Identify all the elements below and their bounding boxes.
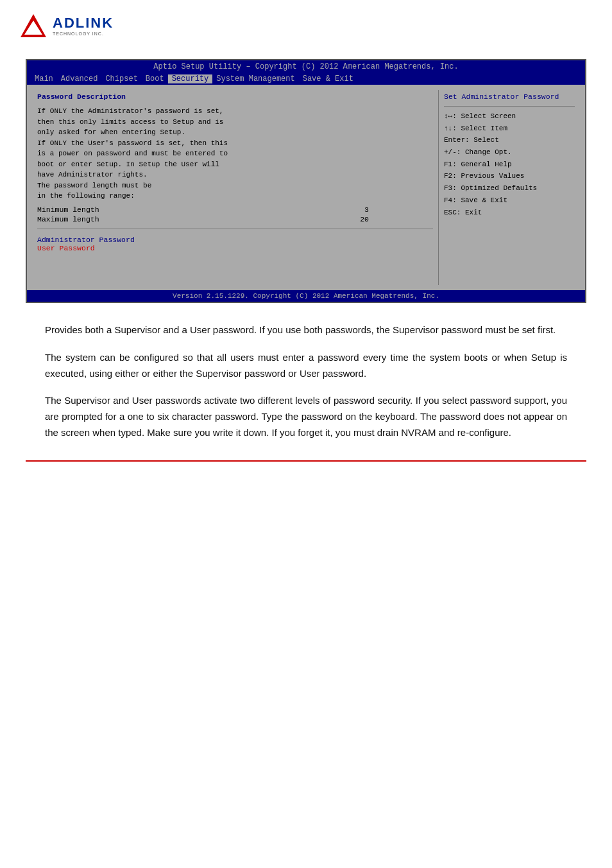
menu-save-exit[interactable]: Save & Exit xyxy=(299,74,357,83)
help-change-opt: +/-: Change Opt. xyxy=(444,146,575,159)
bios-main-content: Password Description If ONLY the Adminis… xyxy=(27,85,585,290)
max-length-value: 20 xyxy=(360,215,369,223)
menu-boot[interactable]: Boot xyxy=(142,74,168,83)
min-length-label: Minimum length xyxy=(37,205,99,214)
bios-right-title: Set Administrator Password xyxy=(444,92,575,101)
logo: ADLINK TECHNOLOGY INC. xyxy=(19,12,114,40)
help-f4: F4: Save & Exit xyxy=(444,195,575,207)
desc-paragraph-2: The system can be configured so that all… xyxy=(45,350,567,382)
admin-password-label[interactable]: Administrator Password xyxy=(37,236,433,244)
help-f1: F1: General Help xyxy=(444,159,575,171)
bios-help-text: ↕↔: Select Screen ↑↓: Select Item Enter:… xyxy=(444,110,575,218)
description-section: Provides both a Supervisor and a User pa… xyxy=(45,322,567,441)
page-header: ADLINK TECHNOLOGY INC. xyxy=(0,0,612,46)
bios-description: If ONLY the Administrator's password is … xyxy=(37,106,433,202)
logo-icon xyxy=(19,12,47,40)
min-length-row: Minimum length 3 xyxy=(37,205,433,214)
menu-main[interactable]: Main xyxy=(31,74,57,83)
bios-footer: Version 2.15.1229. Copyright (C) 2012 Am… xyxy=(27,290,585,302)
logo-company: ADLINK xyxy=(53,16,114,30)
menu-system-management[interactable]: System Management xyxy=(212,74,298,83)
bios-right-divider xyxy=(444,106,575,107)
help-f2: F2: Previous Values xyxy=(444,170,575,182)
bios-screen: Aptio Setup Utility – Copyright (C) 2012… xyxy=(26,59,586,303)
bios-menubar[interactable]: Main Advanced Chipset Boot Security Syst… xyxy=(27,73,585,85)
bios-titlebar: Aptio Setup Utility – Copyright (C) 2012… xyxy=(27,60,585,73)
max-length-label: Maximum length xyxy=(37,215,99,223)
user-password-label[interactable]: User Password xyxy=(37,244,433,252)
bios-left-panel: Password Description If ONLY the Adminis… xyxy=(32,90,439,285)
menu-advanced[interactable]: Advanced xyxy=(57,74,102,83)
menu-security[interactable]: Security xyxy=(168,74,213,83)
bios-divider xyxy=(37,229,433,229)
desc-paragraph-3: The Supervisor and User passwords activa… xyxy=(45,393,567,440)
min-length-value: 3 xyxy=(364,205,369,214)
desc-paragraph-1: Provides both a Supervisor and a User pa… xyxy=(45,322,567,338)
help-f3: F3: Optimized Defaults xyxy=(444,182,575,195)
help-select-item: ↑↓: Select Item xyxy=(444,123,575,135)
menu-chipset[interactable]: Chipset xyxy=(101,74,141,83)
bios-right-panel: Set Administrator Password ↕↔: Select Sc… xyxy=(439,90,580,285)
help-select-screen: ↕↔: Select Screen xyxy=(444,110,575,123)
logo-text: ADLINK TECHNOLOGY INC. xyxy=(53,16,114,36)
bios-section-title: Password Description xyxy=(37,92,433,101)
max-length-row: Maximum length 20 xyxy=(37,215,433,223)
logo-subtitle: TECHNOLOGY INC. xyxy=(53,31,114,36)
help-esc: ESC: Exit xyxy=(444,207,575,219)
bottom-rule xyxy=(26,460,586,462)
help-enter-select: Enter: Select xyxy=(444,134,575,146)
